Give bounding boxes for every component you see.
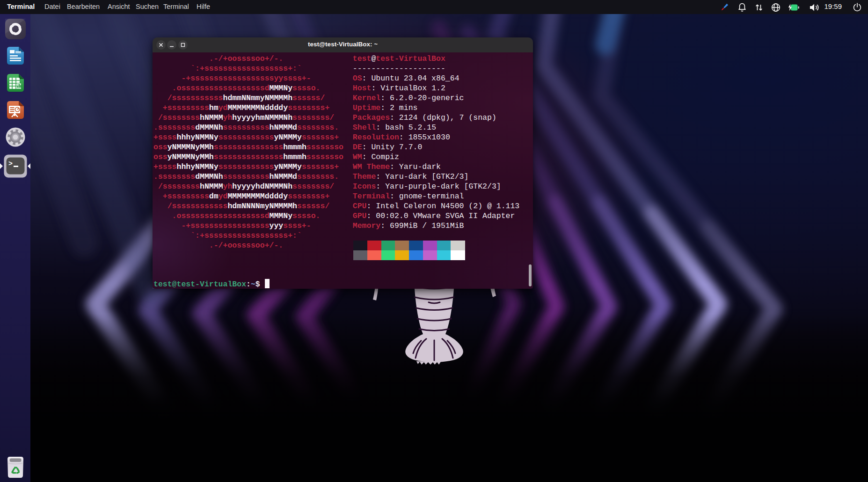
svg-text:>: >	[8, 160, 13, 168]
